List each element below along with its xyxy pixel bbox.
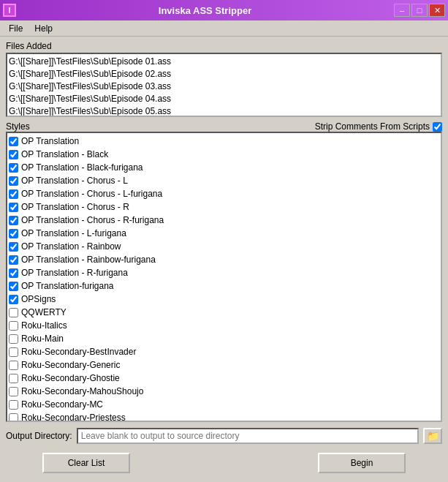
styles-header: Styles Strip Comments From Scripts [6,121,442,132]
files-section: Files Added G:\[[Share]]\TestFiles\Sub\E… [6,41,442,117]
list-item: OP Translation - L-furigana [9,227,439,240]
list-item: OP Translation - Black-furigana [9,161,439,174]
style-label: OP Translation - Chorus - L [21,174,128,187]
title-bar-buttons: – □ ✕ [394,4,445,17]
style-label: OP Translation - R-furigana [21,266,128,279]
list-item: OP Translation - Chorus - R-furigana [9,214,439,227]
strip-comments-area: Strip Comments From Scripts [315,121,442,132]
style-label: OP Translation - Rainbow-furigana [21,253,156,266]
style-checkbox-7[interactable] [9,229,18,238]
begin-button[interactable]: Begin [318,453,406,473]
style-label: OP Translation - Chorus - L-furigana [21,187,162,200]
app-icon: I [3,4,16,17]
output-directory-row: Output Directory: 📁 [6,428,442,444]
maximize-button[interactable]: □ [411,4,428,17]
menu-bar: File Help [0,20,448,37]
style-label: OP Translation - Chorus - R [21,200,129,214]
style-label: Roku-Secondary-Ghostie [21,372,120,385]
style-label: Roku-Italics [21,319,67,332]
title-bar-text: Inviska ASS Stripper [16,5,394,16]
list-item: G:\[[Share]]\TestFiles\Sub\Episode 05.as… [9,105,439,117]
list-item: OP Translation [9,135,439,148]
style-label: Roku-Secondary-Priestess [21,411,126,422]
style-checkbox-1[interactable] [9,150,18,159]
menu-help[interactable]: Help [29,22,58,35]
style-checkbox-15[interactable] [9,334,18,344]
style-checkbox-6[interactable] [9,216,18,225]
style-label: Roku-Main [21,332,64,345]
folder-icon: 📁 [427,430,439,442]
output-directory-label: Output Directory: [6,431,72,441]
style-label: QQWERTY [21,306,67,319]
list-item: G:\[[Share]]\TestFiles\Sub\Episode 02.as… [9,68,439,80]
list-item: Roku-Secondary-MC [9,398,439,411]
style-checkbox-17[interactable] [9,361,18,370]
styles-section-label: Styles [6,121,30,132]
list-item: G:\[[Share]]\TestFiles\Sub\Episode 04.as… [9,93,439,105]
style-checkbox-9[interactable] [9,255,18,265]
styles-section: Styles Strip Comments From Scripts OP Tr… [6,120,442,422]
list-item: G:\[[Share]]\TestFiles\Sub\Episode 03.as… [9,80,439,93]
list-item: OPSigns [9,293,439,306]
list-item: OP Translation - R-furigana [9,266,439,279]
folder-browse-button[interactable]: 📁 [423,428,442,444]
list-item: G:\[[Share]]\TestFiles\Sub\Episode 01.as… [9,56,439,68]
style-label: Roku-Secondary-MahouShoujo [21,385,143,398]
list-item: OP Translation - Black [9,148,439,161]
list-item: Roku-Secondary-MahouShoujo [9,385,439,398]
style-label: Roku-Secondary-BestInvader [21,345,136,358]
minimize-button[interactable]: – [394,4,410,17]
strip-comments-label: Strip Comments From Scripts [315,121,430,132]
styles-listbox[interactable]: OP Translation OP Translation - Black OP… [6,132,442,422]
style-label: Roku-Secondary-Generic [21,358,120,372]
style-checkbox-12[interactable] [9,295,18,304]
files-listbox[interactable]: G:\[[Share]]\TestFiles\Sub\Episode 01.as… [6,53,442,117]
style-checkbox-5[interactable] [9,203,18,212]
style-checkbox-11[interactable] [9,282,18,291]
style-label: OP Translation-furigana [21,279,114,293]
style-label: OP Translation - Black-furigana [21,161,143,174]
title-bar: I Inviska ASS Stripper – □ ✕ [0,0,448,20]
close-button[interactable]: ✕ [429,4,445,17]
style-label: OP Translation - Black [21,148,108,161]
style-label: OP Translation - Chorus - R-furigana [21,214,164,227]
list-item: OP Translation-furigana [9,279,439,293]
list-item: Roku-Secondary-Generic [9,358,439,372]
style-checkbox-3[interactable] [9,176,18,186]
list-item: Roku-Main [9,332,439,345]
clear-list-button[interactable]: Clear List [42,453,130,473]
list-item: OP Translation - Rainbow [9,240,439,253]
style-checkbox-16[interactable] [9,347,18,357]
style-checkbox-14[interactable] [9,321,18,331]
files-section-label: Files Added [6,41,442,51]
style-checkbox-18[interactable] [9,374,18,383]
style-checkbox-21[interactable] [9,413,18,423]
list-item: Roku-Secondary-Priestess [9,411,439,422]
strip-comments-checkbox[interactable] [433,122,442,132]
list-item: Roku-Secondary-Ghostie [9,372,439,385]
style-checkbox-20[interactable] [9,400,18,410]
style-checkbox-8[interactable] [9,242,18,252]
style-checkbox-10[interactable] [9,268,18,278]
style-label: OP Translation - Rainbow [21,240,121,253]
style-label: Roku-Secondary-MC [21,398,103,411]
list-item: OP Translation - Rainbow-furigana [9,253,439,266]
main-content: Files Added G:\[[Share]]\TestFiles\Sub\E… [0,37,448,482]
style-checkbox-2[interactable] [9,163,18,173]
style-label: OP Translation [21,135,79,148]
bottom-buttons: Clear List Begin [6,448,442,478]
style-checkbox-19[interactable] [9,387,18,396]
output-directory-input[interactable] [77,428,419,444]
list-item: Roku-Italics [9,319,439,332]
list-item: OP Translation - Chorus - R [9,200,439,214]
style-checkbox-0[interactable] [9,137,18,146]
list-item: OP Translation - Chorus - L [9,174,439,187]
list-item: Roku-Secondary-BestInvader [9,345,439,358]
style-checkbox-4[interactable] [9,189,18,199]
menu-file[interactable]: File [3,22,29,35]
style-label: OP Translation - L-furigana [21,227,126,240]
list-item: OP Translation - Chorus - L-furigana [9,187,439,200]
style-label: OPSigns [21,293,56,306]
style-checkbox-13[interactable] [9,308,18,317]
list-item: QQWERTY [9,306,439,319]
